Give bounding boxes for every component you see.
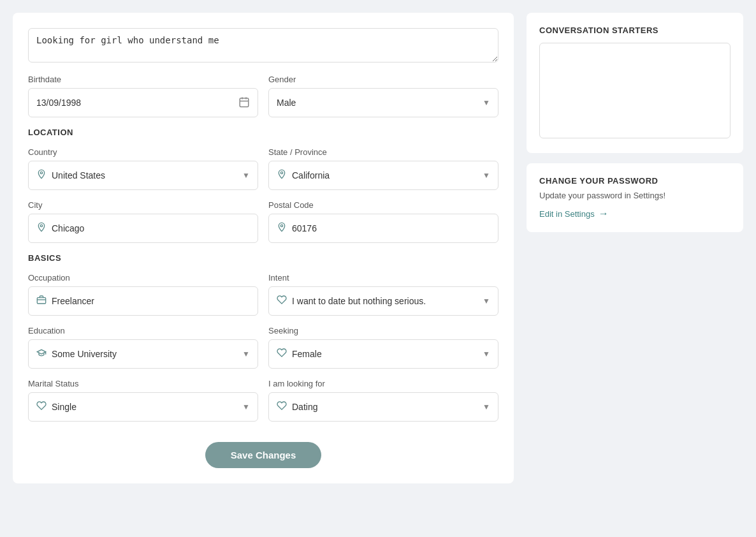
state-chevron-icon: ▼ [483,171,490,180]
seeking-select[interactable]: Female Male Both [292,349,477,359]
city-input[interactable] [52,223,250,233]
seeking-chevron-icon: ▼ [483,349,490,358]
change-password-description: Update your password in Settings! [539,191,731,200]
country-pin-icon [36,169,47,182]
education-select[interactable]: Some University High School College Grad… [52,349,237,359]
intent-label: Intent [268,273,498,283]
bio-field [28,28,498,75]
sidebar: CONVERSATION STARTERS CHANGE YOUR PASSWO… [527,13,743,483]
looking-for-chevron-icon: ▼ [483,402,490,411]
save-changes-button[interactable]: Save Changes [205,442,322,468]
arrow-right-icon: → [599,208,609,219]
city-pin-icon [36,222,47,235]
svg-point-4 [40,172,42,173]
marital-status-select[interactable]: Single Divorced Widowed [52,402,237,412]
looking-for-heart-icon [277,401,287,413]
occupation-label: Occupation [28,273,258,283]
calendar-icon[interactable] [238,96,250,110]
education-field: Education Some University High School Co… [28,326,258,369]
marital-status-field: Marital Status Single Divorced Widowed ▼ [28,379,258,422]
main-content: Birthdate Gender [13,13,514,483]
edit-settings-label: Edit in Settings [539,209,595,219]
state-select[interactable]: California New York Texas [292,170,477,180]
looking-for-select[interactable]: Dating Friendship Marriage [292,402,477,412]
state-field: State / Province California New York Tex… [268,147,498,190]
country-select[interactable]: United States Canada UK [52,170,237,180]
marital-heart-icon [36,401,47,413]
location-section-title: LOCATION [28,128,498,137]
conversation-starters-title: CONVERSATION STARTERS [539,26,731,35]
city-field: City [28,200,258,243]
gender-select[interactable]: Male Female Other [277,98,477,108]
gender-field: Gender Male Female Other ▼ [268,75,498,117]
bio-input[interactable] [28,28,498,63]
gender-label: Gender [268,75,498,84]
svg-point-6 [40,224,42,226]
birthdate-input[interactable] [36,98,233,108]
looking-for-label: I am looking for [268,379,498,388]
occupation-briefcase-icon [36,295,47,307]
intent-heart-icon [277,295,287,307]
education-chevron-icon: ▼ [242,349,250,358]
postal-pin-icon [277,222,287,235]
city-label: City [28,200,258,210]
edit-settings-link[interactable]: Edit in Settings → [539,208,731,219]
country-label: Country [28,147,258,157]
intent-select[interactable]: I want to date but nothing serious. Seri… [292,296,477,306]
seeking-label: Seeking [268,326,498,335]
birthdate-label: Birthdate [28,75,258,84]
postal-input[interactable] [292,223,490,233]
state-label: State / Province [268,147,498,157]
seeking-field: Seeking Female Male Both ▼ [268,326,498,369]
looking-for-field: I am looking for Dating Friendship Marri… [268,379,498,422]
svg-point-7 [280,224,282,226]
marital-chevron-icon: ▼ [242,402,250,411]
gender-chevron-icon: ▼ [483,98,490,107]
conversation-starters-textarea[interactable] [539,43,731,138]
country-field: Country United States Canada UK ▼ [28,147,258,190]
conversation-starters-card: CONVERSATION STARTERS [527,13,743,153]
occupation-input[interactable] [52,296,250,306]
state-pin-icon [277,169,287,182]
svg-point-5 [280,172,282,173]
intent-field: Intent I want to date but nothing seriou… [268,273,498,316]
country-chevron-icon: ▼ [242,171,250,180]
seeking-heart-icon [277,348,287,360]
postal-field: Postal Code [268,200,498,243]
postal-label: Postal Code [268,200,498,210]
basics-section-title: BASICS [28,253,498,263]
svg-rect-0 [240,98,249,107]
birthdate-field: Birthdate [28,75,258,117]
intent-chevron-icon: ▼ [483,297,490,305]
svg-rect-8 [37,298,45,304]
education-label: Education [28,326,258,335]
change-password-title: CHANGE YOUR PASSWORD [539,176,731,186]
marital-status-label: Marital Status [28,379,258,388]
change-password-card: CHANGE YOUR PASSWORD Update your passwor… [527,163,743,232]
education-grad-icon [36,348,47,360]
occupation-field: Occupation [28,273,258,316]
